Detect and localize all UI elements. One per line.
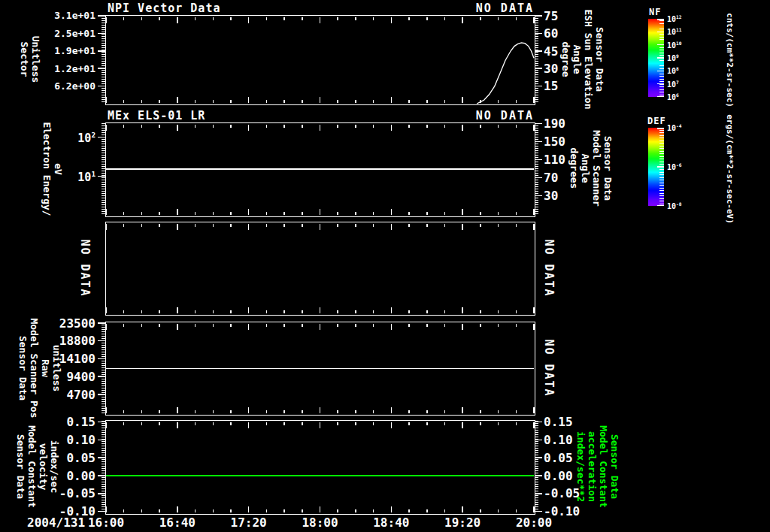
- colorbar-def-unit: ergs/(cm**2-sr-sec-eV): [725, 114, 735, 224]
- x-tick: [355, 410, 356, 413]
- x-tick: [123, 509, 125, 512]
- y-major-tick: [535, 159, 543, 161]
- x-tick: [213, 422, 214, 425]
- panel-4-no-data-right: NO DATA: [543, 339, 554, 397]
- x-tick: [373, 125, 374, 128]
- x-tick: [320, 324, 321, 330]
- y-major-tick: [535, 440, 543, 441]
- panel-1-left-axis-title: Unitless Sector: [19, 36, 41, 83]
- x-tick: [391, 209, 393, 215]
- x-tick: [444, 410, 446, 413]
- x-tick: [230, 125, 232, 128]
- x-tick: [498, 310, 499, 313]
- x-tick: [266, 224, 268, 227]
- colorbar-tick: [657, 57, 664, 59]
- colorbar-nf-title: NF: [649, 7, 661, 17]
- y-major-tick: [98, 358, 105, 360]
- x-tick: [480, 509, 481, 512]
- y-tick-label: 23500: [20, 316, 95, 331]
- x-tick: [408, 324, 410, 327]
- colorbar-tick-label: 10-6: [667, 162, 682, 171]
- x-tick: [498, 324, 499, 327]
- x-tick: [373, 212, 374, 215]
- x-tick: [480, 212, 481, 215]
- y-major-tick: [98, 176, 105, 177]
- x-tick: [444, 324, 446, 327]
- y-tick-label: 4700: [20, 388, 95, 402]
- colorbar-tick: [657, 44, 664, 46]
- x-tick: [266, 324, 268, 327]
- x-tick: [302, 509, 303, 512]
- y-minor-ticks: [535, 421, 539, 513]
- colorbar-tick-label: 1012: [667, 14, 682, 23]
- x-tick: [337, 310, 338, 313]
- x-tick: [320, 422, 321, 428]
- x-tick: [105, 224, 107, 230]
- x-tick: [105, 125, 107, 131]
- x-tick: [266, 422, 268, 425]
- x-tick: [337, 212, 338, 215]
- x-tick: [302, 212, 303, 215]
- x-tick-label: 17:20: [219, 515, 279, 530]
- x-tick: [195, 310, 196, 313]
- y-tick-label: 0.15: [20, 415, 95, 429]
- y-tick-label: 190: [544, 116, 565, 131]
- x-tick: [391, 324, 393, 330]
- x-tick: [391, 307, 393, 313]
- x-tick: [177, 422, 178, 428]
- y-tick-label: 9400: [20, 370, 95, 384]
- x-tick: [248, 422, 250, 428]
- colorbar-tick: [657, 96, 664, 98]
- y-tick-label: 110: [544, 153, 565, 167]
- x-tick: [123, 125, 125, 128]
- x-tick: [426, 125, 428, 128]
- x-tick: [123, 422, 125, 425]
- y-tick-label: 0.15: [544, 415, 573, 429]
- x-tick: [283, 509, 285, 512]
- y-tick-label: 30: [544, 62, 558, 76]
- x-tick: [302, 310, 303, 313]
- x-tick: [373, 310, 374, 313]
- y-major-tick: [535, 177, 543, 179]
- y-major-tick: [535, 15, 543, 17]
- y-major-tick: [535, 475, 543, 476]
- x-tick-label: 18:40: [361, 515, 421, 530]
- y-tick-label: 15: [544, 79, 558, 93]
- x-tick: [320, 407, 321, 413]
- x-tick: [355, 310, 356, 313]
- x-tick: [230, 410, 232, 413]
- y-major-tick: [535, 50, 543, 52]
- x-tick-label: 18:00: [290, 515, 350, 530]
- x-tick: [195, 509, 196, 512]
- colorbar-tick-label: 109: [667, 53, 679, 62]
- x-tick: [195, 212, 196, 215]
- x-tick: [533, 407, 535, 413]
- x-tick: [498, 509, 499, 512]
- colorbar-tick: [657, 32, 664, 33]
- panel-4-left-axis-title: unitless Raw Model Scanner Pos Sensor Da…: [17, 318, 62, 418]
- x-tick: [213, 324, 214, 327]
- x-tick: [302, 410, 303, 413]
- y-tick-label: -0.05: [20, 486, 95, 500]
- panel-2-no-data: NO DATA: [383, 109, 534, 122]
- x-tick: [248, 125, 250, 131]
- x-tick: [408, 212, 410, 215]
- colorbar-tick: [657, 19, 664, 20]
- x-tick: [105, 407, 107, 413]
- panel-2-title: MEx ELS-01 LR: [108, 109, 205, 122]
- x-tick: [408, 422, 410, 425]
- x-tick: [516, 212, 517, 215]
- y-major-tick: [535, 141, 543, 143]
- y-tick-label: 101: [20, 170, 95, 184]
- x-tick: [444, 509, 446, 512]
- x-tick: [123, 212, 125, 215]
- x-tick: [283, 422, 285, 425]
- panel-5-frame: [105, 420, 535, 515]
- y-tick-label: 2.5e+01: [20, 28, 95, 39]
- x-tick: [373, 422, 374, 425]
- x-tick: [213, 310, 214, 313]
- x-tick: [302, 224, 303, 227]
- x-tick: [355, 324, 356, 327]
- x-tick: [141, 324, 143, 327]
- panel-5-right-axis-title: Sensor Data Model Constant acceleration …: [575, 425, 620, 508]
